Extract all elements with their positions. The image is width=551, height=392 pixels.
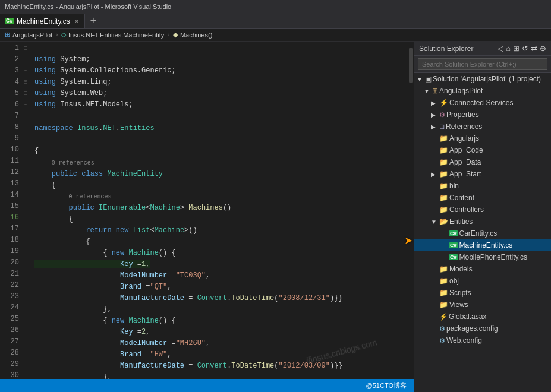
tree-label-carentity: CarEntity.cs bbox=[459, 229, 498, 238]
folder-icon-controllers: 📁 bbox=[439, 206, 448, 214]
tab-icon: C# bbox=[5, 18, 14, 24]
breadcrumb-bar: ⊞ AngularjsPilot › ◇ Insus.NET.Entities.… bbox=[0, 29, 551, 42]
breadcrumb-item-2-text[interactable]: Insus.NET.Entities.MachineEntity bbox=[68, 31, 164, 39]
tree-item-properties[interactable]: ▶ ⚙ Properties bbox=[414, 109, 551, 121]
folder-icon-angularjs: 📁 bbox=[439, 134, 448, 143]
se-btn-new[interactable]: ⊕ bbox=[540, 44, 546, 53]
tree-label-webconfig: Web.config bbox=[446, 336, 482, 344]
tree-item-entities[interactable]: ▼ 📂 Entities bbox=[414, 216, 551, 227]
se-btn-props[interactable]: ⊞ bbox=[513, 44, 519, 53]
tree-item-connected[interactable]: ▶ ⚡ Connected Services bbox=[414, 97, 551, 109]
tree-item-angularjs[interactable]: 📁 Angularjs bbox=[414, 132, 551, 144]
tree-label-appcode: App_Code bbox=[449, 146, 483, 154]
folder-icon-appcode: 📁 bbox=[439, 146, 448, 154]
tree-item-packages[interactable]: ⚙ packages.config bbox=[414, 323, 551, 334]
editor-panel: 12345 678910 1112131415 16 17181920 2122… bbox=[0, 42, 414, 392]
cs-icon-mobile: C# bbox=[449, 254, 458, 260]
main-area: 12345 678910 1112131415 16 17181920 2122… bbox=[0, 42, 551, 392]
asax-icon: ⚡ bbox=[439, 313, 448, 321]
tree-expand-solution: ▼ bbox=[417, 76, 424, 83]
folder-icon-appdata: 📁 bbox=[439, 158, 448, 166]
tree-label-appstart: App_Start bbox=[449, 170, 481, 178]
tree-label-controllers: Controllers bbox=[449, 206, 484, 214]
tree-item-models[interactable]: 📁 Models bbox=[414, 263, 551, 275]
tree-item-obj[interactable]: 📁 obj bbox=[414, 275, 551, 287]
folder-icon-scripts: 📁 bbox=[439, 289, 448, 297]
tree-item-scripts[interactable]: 📁 Scripts bbox=[414, 287, 551, 299]
config-icon-web: ⚙ bbox=[439, 337, 445, 344]
tree-arrow-references: ▶ bbox=[431, 124, 438, 130]
breadcrumb-item-3: ◆ bbox=[173, 31, 178, 39]
tree-label-packages: packages.config bbox=[446, 324, 498, 333]
cs-icon-machine: C# bbox=[449, 242, 458, 248]
tree-label-project: AngularjsPilot bbox=[439, 87, 483, 95]
breadcrumb-item-2: ◇ bbox=[61, 31, 66, 39]
se-btn-sync[interactable]: ⇄ bbox=[531, 44, 537, 53]
tree-arrow-properties: ▶ bbox=[431, 112, 438, 118]
solution-icon: ▣ bbox=[425, 75, 432, 83]
se-search-input[interactable] bbox=[418, 58, 547, 70]
tree-item-appstart[interactable]: ▶ 📁 App_Start bbox=[414, 168, 551, 180]
breadcrumb-item-3-text[interactable]: Machines() bbox=[180, 31, 212, 39]
title-bar: MachineEntity.cs - AngularjsPilot - Micr… bbox=[0, 0, 551, 13]
tree-arrow-entities: ▼ bbox=[431, 219, 438, 225]
tree-item-references[interactable]: ▶ ⊞ References bbox=[414, 121, 551, 132]
tree-item-webconfig[interactable]: ⚙ Web.config bbox=[414, 334, 551, 346]
line-numbers: 12345 678910 1112131415 16 17181920 2122… bbox=[2, 42, 24, 379]
tree-item-controllers[interactable]: 📁 Controllers bbox=[414, 204, 551, 216]
se-title: Solution Explorer bbox=[419, 45, 473, 53]
new-tab-button[interactable]: + bbox=[85, 15, 101, 28]
folder-icon-entities: 📂 bbox=[439, 217, 448, 226]
editor-scrollbar[interactable] bbox=[408, 42, 414, 379]
folder-icon-models: 📁 bbox=[439, 265, 448, 273]
se-btn-home[interactable]: ⌂ bbox=[506, 44, 511, 53]
tree-label-models: Models bbox=[449, 265, 473, 273]
se-btn-refresh[interactable]: ↺ bbox=[522, 44, 528, 53]
tab-machine-entity[interactable]: C# MachineEntity.cs ✕ bbox=[0, 14, 85, 28]
tree-item-content[interactable]: 📁 Content bbox=[414, 192, 551, 204]
tree-label-appdata: App_Data bbox=[449, 158, 481, 166]
tree-expand-project: ▼ bbox=[424, 88, 431, 94]
tree-item-solution[interactable]: ▼ ▣ Solution 'AngularjsPilot' (1 project… bbox=[414, 73, 551, 85]
tree-label-obj: obj bbox=[449, 277, 459, 285]
folder-icon-views: 📁 bbox=[439, 301, 448, 309]
tree-label-properties: Properties bbox=[446, 110, 479, 119]
tree-arrow-connected: ▶ bbox=[431, 100, 438, 106]
tree-item-bin[interactable]: 📁 bin bbox=[414, 180, 551, 192]
solution-explorer: Solution Explorer ◁ ⌂ ⊞ ↺ ⇄ ⊕ ▼ bbox=[414, 42, 551, 392]
folder-icon-content: 📁 bbox=[439, 194, 448, 202]
tree-item-mobilephone[interactable]: C# MobilePhoneEntity.cs bbox=[414, 251, 551, 263]
tree-label-mobilephone: MobilePhoneEntity.cs bbox=[459, 253, 528, 261]
tree-arrow-appstart: ▶ bbox=[431, 171, 438, 178]
tree-item-global[interactable]: ⚡ Global.asax bbox=[414, 311, 551, 323]
collapse-indicators: ⊟ ⊟ ⊟ ⊟ ⊟ ⊟ bbox=[24, 42, 32, 379]
se-btn-back[interactable]: ◁ bbox=[498, 44, 503, 53]
connected-icon: ⚡ bbox=[439, 99, 448, 107]
breadcrumb-sep-2: › bbox=[166, 31, 171, 39]
project-icon: ⊞ bbox=[432, 87, 438, 95]
se-tree: ▼ ▣ Solution 'AngularjsPilot' (1 project… bbox=[414, 73, 551, 392]
watermark-status: @51CTO博客 bbox=[366, 381, 407, 390]
folder-icon-bin: 📁 bbox=[439, 182, 448, 190]
code-content[interactable]: using System; using System.Collections.G… bbox=[32, 42, 408, 379]
se-header: Solution Explorer ◁ ⌂ ⊞ ↺ ⇄ ⊕ bbox=[414, 42, 551, 56]
tree-item-carentity[interactable]: C# CarEntity.cs bbox=[414, 227, 551, 239]
tree-item-machineentity[interactable]: C# MachineEntity.cs bbox=[414, 239, 551, 251]
tree-label-entities: Entities bbox=[449, 217, 473, 226]
breadcrumb-item-1[interactable]: AngularjsPilot bbox=[12, 31, 52, 39]
code-area[interactable]: 12345 678910 1112131415 16 17181920 2122… bbox=[0, 42, 414, 379]
tab-label: MachineEntity.cs bbox=[17, 17, 70, 26]
tab-close[interactable]: ✕ bbox=[75, 17, 79, 25]
folder-icon-appstart: 📁 bbox=[439, 170, 448, 178]
tree-item-project[interactable]: ▼ ⊞ AngularjsPilot bbox=[414, 85, 551, 97]
title-bar-text: MachineEntity.cs - AngularjsPilot - Micr… bbox=[5, 3, 171, 10]
tree-item-appdata[interactable]: 📁 App_Data bbox=[414, 156, 551, 168]
tree-label-solution: Solution 'AngularjsPilot' (1 project) bbox=[433, 75, 541, 83]
tree-item-views[interactable]: 📁 Views bbox=[414, 299, 551, 311]
tree-label-scripts: Scripts bbox=[449, 289, 471, 297]
tree-label-content: Content bbox=[449, 194, 474, 202]
tree-label-angularjs: Angularjs bbox=[449, 134, 479, 143]
plus-icon: + bbox=[90, 15, 96, 27]
se-search-row bbox=[414, 56, 551, 73]
tree-item-appcode[interactable]: 📁 App_Code bbox=[414, 144, 551, 156]
